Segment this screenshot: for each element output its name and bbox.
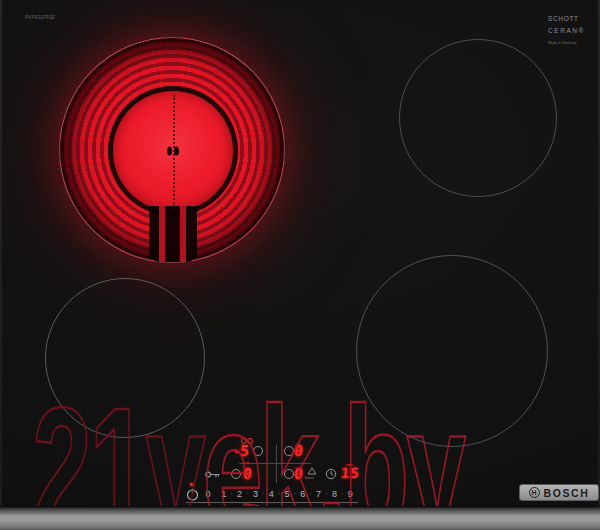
- burner-inner-zone: [108, 86, 238, 216]
- slider-separator-dot: ·: [278, 489, 281, 498]
- glass-left-edge: [0, 0, 2, 506]
- slider-level-9[interactable]: 9: [348, 489, 353, 499]
- schott-ceran-logo: SCHOTT CERAN® Made in Germany: [548, 15, 600, 50]
- boost-icon[interactable]: [307, 467, 317, 475]
- burner-element-leads: [149, 206, 197, 262]
- zone-select-rear-left-button[interactable]: [253, 446, 263, 456]
- bosch-brand-text: BOSCH: [544, 487, 590, 499]
- hob-product-photo: PKF631FP2E SCHOTT CERAN® Made in Germany…: [0, 0, 600, 530]
- display-timer: 15: [340, 466, 360, 480]
- power-indicator-dot: [190, 483, 193, 486]
- ceran-line: CERAN®: [548, 27, 589, 34]
- slider-separator-dot: ·: [230, 489, 233, 498]
- key-lock-icon[interactable]: [205, 470, 221, 479]
- power-icon[interactable]: [186, 488, 199, 501]
- panel-divider-vertical: [276, 445, 277, 483]
- slider-separator-dot: ·: [325, 489, 328, 498]
- display-rear-left: 5: [239, 444, 249, 459]
- display-rear-right: 0: [293, 444, 303, 459]
- slider-separator-dot: ·: [246, 489, 249, 498]
- burner-thermostat-core: [167, 147, 179, 156]
- bosch-logo-plaque: H BOSCH: [519, 484, 599, 501]
- slider-level-6[interactable]: 6: [300, 489, 305, 499]
- zone-select-rear-right-button[interactable]: [284, 446, 294, 456]
- slider-underline: [186, 502, 358, 503]
- display-front-left: 0: [242, 467, 252, 482]
- display-front-right: 0: [293, 467, 303, 482]
- timer-clock-icon[interactable]: [325, 468, 337, 480]
- slider-level-7[interactable]: 7: [316, 489, 321, 499]
- slider-level-8[interactable]: 8: [332, 489, 337, 499]
- burner-front-left: [45, 278, 205, 438]
- slider-level-4[interactable]: 4: [269, 489, 274, 499]
- slider-separator-dot: ·: [262, 489, 265, 498]
- slider-level-0[interactable]: 0: [205, 489, 210, 499]
- active-zone-indicator-dot: [235, 450, 238, 453]
- slider-separator-dot: ·: [341, 489, 344, 498]
- model-label: PKF631FP2E: [25, 15, 55, 20]
- burner-rear-left-active: [59, 37, 285, 263]
- slider-level-3[interactable]: 3: [253, 489, 258, 499]
- zone-select-front-right-button[interactable]: [284, 469, 294, 479]
- slider-level-1[interactable]: 1: [221, 489, 226, 499]
- made-in-line: Made in Germany: [548, 41, 577, 45]
- burner-rear-right: [399, 39, 557, 197]
- bosch-emblem-icon: H: [529, 487, 540, 498]
- slider-level-5[interactable]: 5: [284, 489, 289, 499]
- slider-separator-dot: ·: [309, 489, 312, 498]
- panel-divider-horizontal: [239, 463, 311, 464]
- boost-label: boost: [305, 476, 314, 479]
- slider-level-2[interactable]: 2: [237, 489, 242, 499]
- zone-select-front-left-button[interactable]: [231, 469, 241, 479]
- front-trim-strip: [0, 506, 600, 530]
- burner-front-right: [356, 255, 548, 447]
- schott-line: SCHOTT: [548, 15, 589, 22]
- slider-separator-dot: ·: [294, 489, 297, 498]
